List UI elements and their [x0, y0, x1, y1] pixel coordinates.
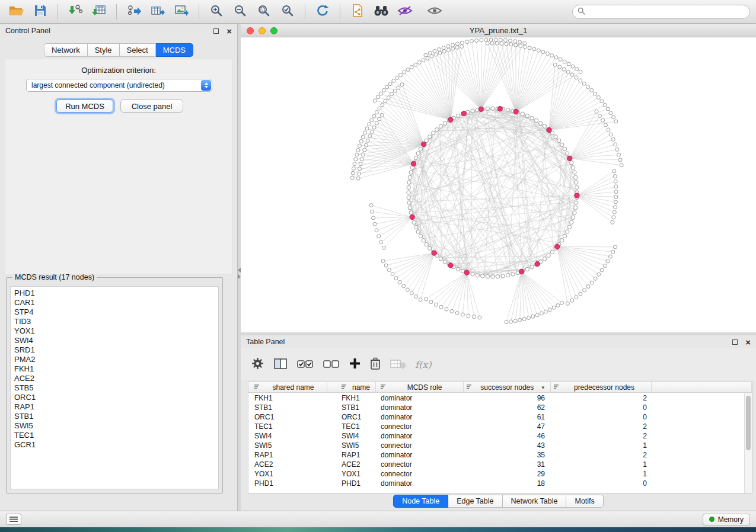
zoom-out-button[interactable] — [229, 3, 251, 21]
tab-motifs[interactable]: Motifs — [566, 495, 603, 508]
cell-shared-name[interactable]: YOX1 — [248, 469, 327, 479]
cell-shared-name[interactable]: STB1 — [248, 403, 327, 412]
mcds-result-item[interactable]: STB1 — [11, 412, 218, 421]
tab-node-table[interactable]: Node Table — [393, 495, 448, 508]
table-settings-button[interactable] — [251, 357, 264, 371]
cell-mcds-role[interactable]: dominator — [376, 450, 464, 460]
mcds-result-item[interactable]: TEC1 — [11, 431, 218, 440]
mcds-result-item[interactable]: GCR1 — [11, 440, 218, 450]
tab-style[interactable]: Style — [88, 43, 120, 57]
cell-name[interactable]: RAP1 — [327, 450, 376, 460]
cell-shared-name[interactable]: TEC1 — [248, 422, 327, 431]
cell-predecessor-nodes[interactable]: 0 — [551, 479, 652, 488]
network-canvas[interactable] — [241, 37, 756, 332]
import-network-button[interactable] — [65, 3, 86, 21]
mcds-result-item[interactable]: RAP1 — [11, 402, 218, 412]
cell-successor-nodes[interactable]: 47 — [464, 422, 551, 431]
float-panel-icon[interactable] — [213, 28, 219, 34]
cell-shared-name[interactable]: SWI5 — [248, 441, 327, 450]
tab-network-table[interactable]: Network Table — [503, 495, 567, 508]
cell-mcds-role[interactable]: dominator — [376, 431, 464, 441]
cell-successor-nodes[interactable]: 18 — [464, 479, 551, 488]
cell-successor-nodes[interactable]: 46 — [464, 431, 551, 441]
cell-name[interactable]: YOX1 — [327, 469, 376, 479]
cell-shared-name[interactable]: SWI4 — [248, 431, 327, 441]
mcds-result-item[interactable]: SRD1 — [11, 345, 218, 355]
mcds-result-item[interactable]: PMA2 — [11, 355, 218, 364]
cell-predecessor-nodes[interactable]: 2 — [551, 450, 652, 460]
scrollbar-thumb[interactable] — [746, 396, 751, 450]
cell-mcds-role[interactable]: connector — [376, 422, 464, 431]
mcds-result-item[interactable]: YOX1 — [11, 326, 218, 336]
table-row[interactable]: PHD1PHD1dominator180 — [248, 479, 744, 488]
cell-name[interactable]: SWI5 — [327, 441, 376, 450]
column-header-shared-name[interactable]: shared name — [248, 382, 327, 392]
zoom-in-button[interactable] — [206, 3, 227, 21]
cell-shared-name[interactable]: ACE2 — [248, 460, 327, 469]
float-table-panel-icon[interactable] — [732, 339, 738, 345]
cell-shared-name[interactable]: PHD1 — [248, 479, 327, 488]
cell-mcds-role[interactable]: dominator — [376, 412, 464, 422]
cell-mcds-role[interactable]: connector — [376, 460, 464, 469]
cell-predecessor-nodes[interactable]: 2 — [551, 422, 652, 431]
cell-shared-name[interactable]: RAP1 — [248, 450, 327, 460]
mcds-result-item[interactable]: SWI4 — [11, 336, 218, 345]
column-header-mcds-role[interactable]: MCDS role — [376, 382, 464, 392]
close-mcds-panel-button[interactable]: Close panel — [120, 100, 183, 113]
cell-successor-nodes[interactable]: 29 — [464, 469, 551, 479]
cell-predecessor-nodes[interactable]: 1 — [551, 460, 652, 469]
column-header-predecessor-nodes[interactable]: predecessor nodes — [551, 382, 652, 392]
tab-edge-table[interactable]: Edge Table — [448, 495, 502, 508]
cell-shared-name[interactable]: ORC1 — [248, 412, 327, 422]
mcds-result-item[interactable]: STP4 — [11, 307, 218, 317]
cell-predecessor-nodes[interactable]: 2 — [551, 431, 652, 441]
cell-mcds-role[interactable]: dominator — [376, 393, 464, 403]
table-row[interactable]: RAP1RAP1dominator352 — [248, 450, 744, 460]
cell-successor-nodes[interactable]: 35 — [464, 450, 551, 460]
cell-name[interactable]: ACE2 — [327, 460, 376, 469]
mcds-result-item[interactable]: CAR1 — [11, 298, 218, 307]
cell-successor-nodes[interactable]: 31 — [464, 460, 551, 469]
task-history-button[interactable] — [6, 514, 21, 525]
close-panel-icon[interactable]: × — [227, 27, 232, 36]
mcds-result-item[interactable]: FKH1 — [11, 364, 218, 374]
cell-name[interactable]: PHD1 — [327, 479, 376, 488]
table-row[interactable]: ORC1ORC1dominator610 — [248, 412, 744, 422]
cell-mcds-role[interactable]: dominator — [376, 479, 464, 488]
cell-successor-nodes[interactable]: 96 — [464, 393, 551, 403]
table-scrollbar[interactable] — [744, 393, 752, 493]
show-all-button[interactable] — [424, 3, 445, 21]
first-neighbors-button[interactable] — [371, 3, 392, 21]
mcds-result-item[interactable]: SWI5 — [11, 421, 218, 431]
delete-column-button[interactable] — [370, 357, 381, 371]
create-column-button[interactable] — [349, 358, 361, 371]
table-row[interactable]: SWI5SWI5connector431 — [248, 441, 744, 450]
column-header-successor-nodes[interactable]: successor nodes▾ — [464, 382, 551, 392]
export-network-button[interactable] — [123, 3, 145, 21]
cell-predecessor-nodes[interactable]: 2 — [551, 393, 652, 403]
tab-network[interactable]: Network — [44, 43, 88, 57]
mcds-result-item[interactable]: STB5 — [11, 383, 218, 393]
cell-successor-nodes[interactable]: 62 — [464, 403, 551, 412]
network-graph-svg[interactable] — [241, 37, 756, 332]
cell-name[interactable]: STB1 — [327, 403, 376, 412]
table-row[interactable]: SWI4SWI4dominator462 — [248, 431, 744, 441]
table-row[interactable]: TEC1TEC1connector472 — [248, 422, 744, 431]
deselect-all-rows-button[interactable] — [323, 358, 340, 371]
close-table-panel-icon[interactable]: × — [745, 338, 751, 347]
open-session-button[interactable] — [6, 3, 27, 21]
cell-predecessor-nodes[interactable]: 1 — [551, 441, 652, 450]
table-row[interactable]: FKH1FKH1dominator962 — [248, 393, 744, 403]
select-all-rows-button[interactable] — [297, 358, 314, 371]
table-row[interactable]: YOX1YOX1connector291 — [248, 469, 744, 479]
export-table-button[interactable] — [147, 3, 168, 21]
cell-name[interactable]: TEC1 — [327, 422, 376, 431]
refresh-button[interactable] — [312, 3, 333, 21]
search-input[interactable] — [589, 7, 745, 17]
cell-shared-name[interactable]: FKH1 — [248, 393, 327, 403]
cell-name[interactable]: SWI4 — [327, 431, 376, 441]
table-row[interactable]: STB1STB1dominator620 — [248, 403, 744, 412]
column-header-name[interactable]: name — [327, 382, 376, 392]
export-image-button[interactable] — [171, 3, 192, 21]
cell-predecessor-nodes[interactable]: 1 — [551, 469, 652, 479]
